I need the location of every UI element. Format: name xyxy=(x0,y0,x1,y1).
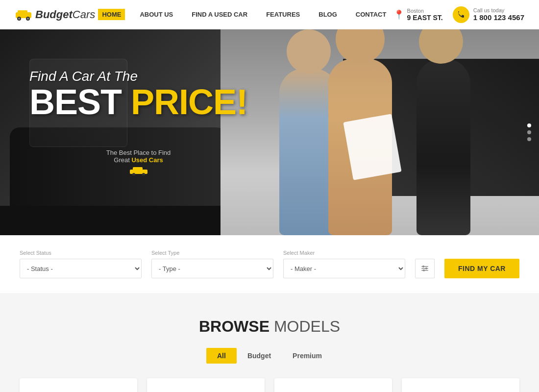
car-image-coupes xyxy=(154,388,257,392)
maker-select[interactable]: - Maker - BMW Toyota Honda Ford xyxy=(283,259,405,278)
phone-number: 1 800 123 4567 xyxy=(473,13,524,22)
car-image-greencars xyxy=(409,388,512,392)
sliders-icon xyxy=(421,265,429,272)
hero-subtitle-line1: The Best Place to Find xyxy=(106,149,171,156)
hero-subtitle: The Best Place to Find Great Used Cars xyxy=(29,149,247,164)
slider-dots xyxy=(527,123,531,141)
status-field-group: Select Status - Status - New Used xyxy=(20,250,142,278)
type-field-group: Select Type - Type - Sedan SUV Convertib… xyxy=(151,250,273,278)
phone-icon xyxy=(453,6,469,23)
status-label: Select Status xyxy=(20,250,142,256)
hero-title: BEST PRICE! xyxy=(29,84,247,120)
svg-point-5 xyxy=(27,18,29,20)
hero-people-scene xyxy=(220,29,539,235)
hero-title-yellow: PRICE! xyxy=(131,82,247,122)
type-select[interactable]: - Type - Sedan SUV Convertible Coupe xyxy=(151,259,273,278)
hero-content: Find A Car At The BEST PRICE! The Best P… xyxy=(29,69,247,178)
car-card-greencars[interactable]: Green-cars xyxy=(402,378,519,392)
filter-icon-button[interactable] xyxy=(415,259,435,278)
car-grid: Convertibles xyxy=(20,378,519,392)
search-bar: Select Status - Status - New Used Select… xyxy=(0,235,539,293)
phone-label: Call us today xyxy=(473,7,524,13)
browse-tabs: All Budget Premium xyxy=(20,348,519,364)
hero-section: Find A Car At The BEST PRICE! The Best P… xyxy=(0,29,539,235)
hero-title-white: BEST xyxy=(29,82,122,122)
car-icon xyxy=(29,166,247,178)
header-right: 📍 Boston 9 EAST ST. Call us today 1 800 … xyxy=(393,6,524,23)
browse-title-bold: BROWSE xyxy=(199,318,270,335)
car-card-convertibles[interactable]: Convertibles xyxy=(20,378,137,392)
car-card-crossovers[interactable]: Crossovers xyxy=(274,378,392,392)
svg-point-4 xyxy=(18,18,20,20)
nav-find[interactable]: FIND A USED CAR xyxy=(188,9,251,20)
svg-rect-1 xyxy=(18,10,27,15)
tab-premium[interactable]: Premium xyxy=(282,348,333,364)
hero-subtitle-line2: Great xyxy=(114,156,130,164)
slider-dot-2[interactable] xyxy=(527,130,531,134)
slider-dot-1[interactable] xyxy=(527,123,531,127)
svg-point-11 xyxy=(422,266,424,268)
browse-section: BROWSE MODELS All Budget Premium xyxy=(0,293,539,392)
phone-block: Call us today 1 800 123 4567 xyxy=(453,6,524,23)
nav-features[interactable]: FEATURES xyxy=(262,9,304,20)
type-label: Select Type xyxy=(151,250,273,256)
nav-about[interactable]: ABOUT US xyxy=(136,9,177,20)
hero-subtitle-block: The Best Place to Find Great Used Cars xyxy=(29,149,247,178)
maker-label: Select Maker xyxy=(283,250,405,256)
status-select[interactable]: - Status - New Used xyxy=(20,259,142,278)
logo-suffix: Cars xyxy=(73,8,95,21)
svg-point-15 xyxy=(423,270,425,271)
main-nav: HOME ABOUT US FIND A USED CAR FEATURES B… xyxy=(98,9,390,20)
car-image-convertibles xyxy=(27,388,130,392)
address-street: 9 EAST ST. xyxy=(407,14,443,22)
header: BudgetCars HOME ABOUT US FIND A USED CAR… xyxy=(0,0,539,29)
browse-title-light: MODELS xyxy=(274,318,340,335)
svg-rect-7 xyxy=(133,167,143,171)
nav-contact[interactable]: CONTACT xyxy=(352,9,391,20)
nav-home[interactable]: HOME xyxy=(98,9,125,20)
find-my-car-button[interactable]: FIND MY CAR xyxy=(444,259,519,278)
address-block: 📍 Boston 9 EAST ST. xyxy=(393,8,443,22)
location-icon: 📍 xyxy=(393,9,404,20)
slider-dot-3[interactable] xyxy=(527,137,531,141)
logo-brand: Budget xyxy=(35,8,73,21)
hero-subtitle-link[interactable]: Used Cars xyxy=(131,156,163,164)
tab-budget[interactable]: Budget xyxy=(237,348,282,364)
address-city: Boston xyxy=(407,8,443,14)
tab-all[interactable]: All xyxy=(206,348,237,364)
car-card-coupes[interactable]: Coupes xyxy=(147,378,265,392)
svg-point-13 xyxy=(425,268,427,270)
car-image-crossovers xyxy=(282,388,385,392)
logo[interactable]: BudgetCars xyxy=(15,8,95,21)
maker-field-group: Select Maker - Maker - BMW Toyota Honda … xyxy=(283,250,405,278)
nav-blog[interactable]: BLOG xyxy=(315,9,341,20)
search-fields: Select Status - Status - New Used Select… xyxy=(20,250,519,278)
browse-title: BROWSE MODELS xyxy=(20,318,519,336)
logo-icon xyxy=(15,8,32,21)
